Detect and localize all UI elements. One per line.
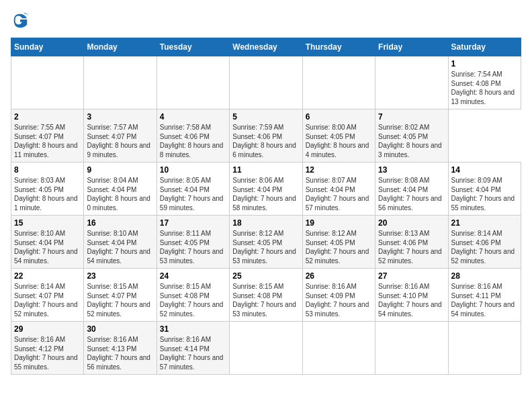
day-cell: 22Sunrise: 8:14 AM Sunset: 4:07 PM Dayli… (11, 269, 84, 322)
day-cell: 14Sunrise: 8:09 AM Sunset: 4:04 PM Dayli… (448, 163, 521, 216)
empty-day-cell (302, 322, 375, 375)
day-info: Sunrise: 8:15 AM Sunset: 4:07 PM Dayligh… (87, 282, 153, 318)
day-info: Sunrise: 8:16 AM Sunset: 4:09 PM Dayligh… (306, 282, 372, 318)
day-info: Sunrise: 8:12 AM Sunset: 4:05 PM Dayligh… (306, 229, 372, 265)
day-info: Sunrise: 8:16 AM Sunset: 4:12 PM Dayligh… (14, 335, 81, 371)
logo-icon (11, 11, 30, 30)
day-cell: 15Sunrise: 8:10 AM Sunset: 4:04 PM Dayli… (11, 216, 84, 269)
day-number: 2 (14, 112, 81, 122)
day-number: 22 (14, 271, 81, 281)
day-cell: 7Sunrise: 8:02 AM Sunset: 4:05 PM Daylig… (375, 109, 448, 163)
calendar-table: SundayMondayTuesdayWednesdayThursdayFrid… (11, 38, 521, 375)
day-number: 20 (378, 218, 445, 228)
day-number: 1 (451, 59, 518, 68)
empty-day-cell (448, 322, 521, 375)
empty-day-cell (375, 56, 448, 109)
day-info: Sunrise: 7:55 AM Sunset: 4:07 PM Dayligh… (14, 123, 81, 159)
column-header-saturday: Saturday (448, 38, 521, 56)
day-cell: 9Sunrise: 8:04 AM Sunset: 4:04 PM Daylig… (84, 163, 157, 216)
day-info: Sunrise: 8:03 AM Sunset: 4:05 PM Dayligh… (14, 176, 81, 212)
day-info: Sunrise: 8:05 AM Sunset: 4:04 PM Dayligh… (160, 176, 226, 212)
day-info: Sunrise: 8:16 AM Sunset: 4:14 PM Dayligh… (160, 335, 226, 371)
day-info: Sunrise: 7:58 AM Sunset: 4:06 PM Dayligh… (160, 123, 226, 159)
column-header-tuesday: Tuesday (157, 38, 229, 56)
day-number: 25 (232, 271, 299, 281)
day-number: 3 (87, 112, 153, 122)
column-header-thursday: Thursday (302, 38, 375, 56)
day-number: 5 (232, 112, 299, 122)
calendar-week-row: 1Sunrise: 7:54 AM Sunset: 4:08 PM Daylig… (11, 56, 521, 109)
day-cell: 29Sunrise: 8:16 AM Sunset: 4:12 PM Dayli… (11, 322, 84, 375)
empty-day-cell (157, 56, 229, 109)
day-number: 4 (160, 112, 226, 122)
column-header-sunday: Sunday (11, 38, 84, 56)
day-number: 14 (451, 165, 518, 175)
day-info: Sunrise: 8:10 AM Sunset: 4:04 PM Dayligh… (14, 229, 81, 265)
day-number: 8 (14, 165, 81, 175)
day-cell: 3Sunrise: 7:57 AM Sunset: 4:07 PM Daylig… (84, 109, 157, 163)
day-number: 6 (306, 112, 372, 122)
page-header (11, 11, 521, 30)
day-number: 23 (87, 271, 153, 281)
day-cell: 24Sunrise: 8:15 AM Sunset: 4:08 PM Dayli… (157, 269, 229, 322)
day-number: 16 (87, 218, 153, 228)
day-info: Sunrise: 7:54 AM Sunset: 4:08 PM Dayligh… (451, 70, 518, 106)
day-cell: 16Sunrise: 8:10 AM Sunset: 4:04 PM Dayli… (84, 216, 157, 269)
day-cell: 4Sunrise: 7:58 AM Sunset: 4:06 PM Daylig… (157, 109, 229, 163)
day-info: Sunrise: 8:00 AM Sunset: 4:05 PM Dayligh… (306, 123, 372, 159)
day-info: Sunrise: 8:15 AM Sunset: 4:08 PM Dayligh… (160, 282, 226, 318)
day-info: Sunrise: 8:14 AM Sunset: 4:07 PM Dayligh… (14, 282, 81, 318)
day-cell: 18Sunrise: 8:12 AM Sunset: 4:05 PM Dayli… (230, 216, 302, 269)
calendar-week-row: 29Sunrise: 8:16 AM Sunset: 4:12 PM Dayli… (11, 322, 521, 375)
empty-day-cell (230, 56, 302, 109)
day-number: 13 (378, 165, 445, 175)
day-cell: 10Sunrise: 8:05 AM Sunset: 4:04 PM Dayli… (157, 163, 229, 216)
day-cell: 12Sunrise: 8:07 AM Sunset: 4:04 PM Dayli… (302, 163, 375, 216)
day-number: 7 (378, 112, 445, 122)
day-info: Sunrise: 8:04 AM Sunset: 4:04 PM Dayligh… (87, 176, 153, 212)
empty-day-cell (230, 322, 302, 375)
day-cell: 31Sunrise: 8:16 AM Sunset: 4:14 PM Dayli… (157, 322, 229, 375)
day-number: 12 (306, 165, 372, 175)
day-cell: 19Sunrise: 8:12 AM Sunset: 4:05 PM Dayli… (302, 216, 375, 269)
calendar-week-row: 2Sunrise: 7:55 AM Sunset: 4:07 PM Daylig… (11, 109, 521, 163)
day-info: Sunrise: 8:15 AM Sunset: 4:08 PM Dayligh… (232, 282, 299, 318)
logo (11, 11, 32, 30)
day-cell: 11Sunrise: 8:06 AM Sunset: 4:04 PM Dayli… (230, 163, 302, 216)
day-cell: 23Sunrise: 8:15 AM Sunset: 4:07 PM Dayli… (84, 269, 157, 322)
day-cell: 20Sunrise: 8:13 AM Sunset: 4:06 PM Dayli… (375, 216, 448, 269)
calendar-week-row: 8Sunrise: 8:03 AM Sunset: 4:05 PM Daylig… (11, 163, 521, 216)
day-info: Sunrise: 8:10 AM Sunset: 4:04 PM Dayligh… (87, 229, 153, 265)
day-number: 11 (232, 165, 299, 175)
day-cell: 28Sunrise: 8:16 AM Sunset: 4:11 PM Dayli… (448, 269, 521, 322)
day-cell: 8Sunrise: 8:03 AM Sunset: 4:05 PM Daylig… (11, 163, 84, 216)
day-number: 29 (14, 324, 81, 334)
day-cell: 13Sunrise: 8:08 AM Sunset: 4:04 PM Dayli… (375, 163, 448, 216)
day-number: 21 (451, 218, 518, 228)
empty-day-cell (302, 56, 375, 109)
day-cell: 1Sunrise: 7:54 AM Sunset: 4:08 PM Daylig… (448, 56, 521, 109)
day-cell: 2Sunrise: 7:55 AM Sunset: 4:07 PM Daylig… (11, 109, 84, 163)
day-number: 28 (451, 271, 518, 281)
day-info: Sunrise: 8:16 AM Sunset: 4:11 PM Dayligh… (451, 282, 518, 318)
day-cell: 26Sunrise: 8:16 AM Sunset: 4:09 PM Dayli… (302, 269, 375, 322)
day-info: Sunrise: 7:59 AM Sunset: 4:06 PM Dayligh… (232, 123, 299, 159)
day-cell: 27Sunrise: 8:16 AM Sunset: 4:10 PM Dayli… (375, 269, 448, 322)
day-number: 24 (160, 271, 226, 281)
empty-day-cell (84, 56, 157, 109)
day-info: Sunrise: 8:16 AM Sunset: 4:10 PM Dayligh… (378, 282, 445, 318)
day-number: 27 (378, 271, 445, 281)
day-number: 10 (160, 165, 226, 175)
day-cell: 25Sunrise: 8:15 AM Sunset: 4:08 PM Dayli… (230, 269, 302, 322)
day-cell: 21Sunrise: 8:14 AM Sunset: 4:06 PM Dayli… (448, 216, 521, 269)
day-info: Sunrise: 8:02 AM Sunset: 4:05 PM Dayligh… (378, 123, 445, 159)
day-number: 19 (306, 218, 372, 228)
day-info: Sunrise: 8:14 AM Sunset: 4:06 PM Dayligh… (451, 229, 518, 265)
day-cell: 5Sunrise: 7:59 AM Sunset: 4:06 PM Daylig… (230, 109, 302, 163)
day-cell: 17Sunrise: 8:11 AM Sunset: 4:05 PM Dayli… (157, 216, 229, 269)
empty-day-cell (11, 56, 84, 109)
calendar-week-row: 15Sunrise: 8:10 AM Sunset: 4:04 PM Dayli… (11, 216, 521, 269)
day-info: Sunrise: 7:57 AM Sunset: 4:07 PM Dayligh… (87, 123, 153, 159)
empty-day-cell (375, 322, 448, 375)
column-header-friday: Friday (375, 38, 448, 56)
